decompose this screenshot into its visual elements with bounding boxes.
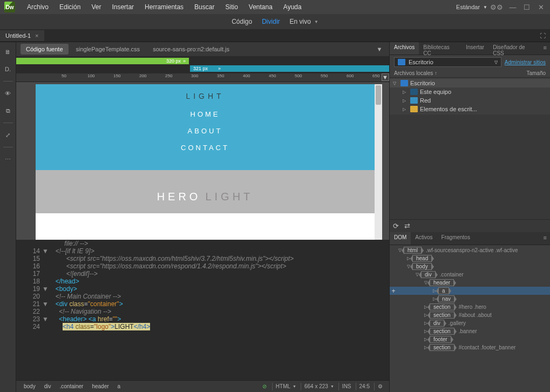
dom-tree-row[interactable]: ▷head: [390, 254, 550, 262]
dom-tree-row[interactable]: ▽header: [390, 279, 550, 287]
code-line[interactable]: 16 <script src="https://oss.maxcdn.com/r…: [16, 262, 389, 270]
manage-sites-link[interactable]: Administrar sitios: [505, 59, 546, 65]
dom-element-tag[interactable]: html: [404, 247, 422, 254]
menu-ver[interactable]: Ver: [86, 3, 106, 11]
dom-tree-row[interactable]: ▽html.wf-sourcesanspro-n2-active .wf-act…: [390, 246, 550, 254]
code-line[interactable]: 18 </head>: [16, 278, 389, 285]
live-view-options-icon[interactable]: 👁: [3, 88, 13, 99]
panel-tab[interactable]: Activos: [411, 232, 437, 245]
panel-tab[interactable]: Bibliotecas CC: [419, 42, 461, 55]
panel-tab[interactable]: Diseñador de CSS: [488, 42, 540, 55]
dom-tree-row[interactable]: ▽body: [390, 262, 550, 271]
file-tree-row[interactable]: ▷Elementos de escrit...: [390, 105, 550, 113]
panel-tab[interactable]: DOM: [390, 232, 411, 245]
menu-insertar[interactable]: Insertar: [106, 3, 139, 11]
menu-ventana[interactable]: Ventana: [243, 3, 278, 11]
source-code-button[interactable]: Código fuente: [21, 44, 69, 55]
inspect-icon[interactable]: ⧉: [3, 105, 13, 116]
tree-arrow-icon[interactable]: ▷: [403, 98, 408, 103]
sync-icon[interactable]: ⇄: [404, 222, 410, 230]
status-dimensions[interactable]: 664 x 223▼: [301, 383, 337, 390]
breadcrumb-item[interactable]: header: [87, 382, 113, 390]
breadcrumb-item[interactable]: .container: [55, 382, 87, 390]
code-line[interactable]: 15 <script src="https://oss.maxcdn.com/h…: [16, 255, 389, 262]
site-selector[interactable]: Escritorio ▽: [394, 57, 501, 67]
dom-tree-row[interactable]: ▽div.container: [390, 271, 550, 279]
breadcrumb-item[interactable]: div: [40, 382, 56, 390]
code-line[interactable]: 14▼ <!--[if lt IE 9]>: [16, 247, 389, 255]
code-line[interactable]: file:// -->: [16, 240, 389, 247]
dom-tree-row[interactable]: ▷section#contact .footer_banner: [390, 343, 550, 352]
breadcrumb-item[interactable]: body: [19, 382, 40, 390]
code-line[interactable]: 23▼ <header> <a href="">: [16, 315, 389, 323]
dom-tree-row[interactable]: +▷a: [390, 287, 550, 295]
add-element-icon[interactable]: +: [390, 287, 397, 295]
filter-icon[interactable]: ▼: [374, 44, 385, 55]
panel-tab[interactable]: Archivos: [390, 42, 419, 55]
files-column-headers[interactable]: Archivos locales ↑ Tamaño: [390, 69, 550, 78]
dom-tree-row[interactable]: ▷footer: [390, 335, 550, 343]
menu-herramientas[interactable]: Herramientas: [139, 3, 189, 11]
file-tree-row[interactable]: ▷Este equipo: [390, 87, 550, 96]
code-line[interactable]: 21▼ <div class="container">: [16, 300, 389, 308]
dom-element-tag[interactable]: section: [430, 344, 454, 351]
dom-element-tag[interactable]: header: [430, 279, 454, 286]
more-tools-icon[interactable]: ⋯: [3, 154, 13, 165]
menu-buscar[interactable]: Buscar: [189, 3, 220, 11]
dom-element-tag[interactable]: div: [430, 320, 444, 327]
panel-menu-icon[interactable]: ≡: [540, 42, 550, 55]
dom-tree-row[interactable]: ▷div.gallery: [390, 319, 550, 327]
d-icon[interactable]: D.: [3, 64, 13, 75]
viewmode-code[interactable]: Código: [232, 18, 252, 25]
refresh-icon[interactable]: ⟳: [393, 222, 399, 230]
close-icon[interactable]: ×: [35, 32, 38, 39]
file-tree-row[interactable]: ▷Red: [390, 96, 550, 105]
status-language[interactable]: HTML▼: [272, 383, 300, 390]
dom-element-tag[interactable]: head: [412, 255, 432, 262]
preview-scrollbar[interactable]: [375, 84, 382, 240]
viewmode-split[interactable]: Dividir: [262, 18, 280, 25]
document-tab[interactable]: Untitled-1×: [0, 30, 44, 41]
dom-tree-row[interactable]: ▷section.banner: [390, 327, 550, 335]
dom-element-tag[interactable]: section: [430, 303, 454, 310]
close-button[interactable]: ✕: [536, 3, 546, 11]
panel-tab[interactable]: Insertar: [461, 42, 488, 55]
menu-archivo[interactable]: Archivo: [22, 3, 54, 11]
dom-element-tag[interactable]: footer: [430, 336, 451, 343]
dom-tree-row[interactable]: ▷nav: [390, 295, 550, 303]
code-view[interactable]: file:// -->14▼ <!--[if lt IE 9]>15 <scri…: [16, 240, 389, 380]
dom-tree-row[interactable]: ▷section#about .about: [390, 311, 550, 319]
code-line[interactable]: 24 <h4 class="logo">LIGHT</h4>: [16, 323, 389, 330]
maximize-button[interactable]: ☐: [522, 3, 532, 11]
preview-document[interactable]: LIGHT HOMEABOUTCONTACT HEROLIGHT: [36, 84, 375, 240]
code-line[interactable]: 19▼ <body>: [16, 285, 389, 293]
panel-tab[interactable]: Fragmentos: [437, 232, 474, 245]
menu-sitio[interactable]: Sitio: [220, 3, 243, 11]
code-line[interactable]: 20 <!-- Main Container -->: [16, 293, 389, 300]
file-tree-row[interactable]: ▽Escritorio: [390, 79, 550, 87]
tree-arrow-icon[interactable]: ▷: [403, 90, 408, 94]
sync-settings-icon[interactable]: ⚙⚙: [492, 3, 501, 11]
chevron-down-icon[interactable]: ▼: [314, 19, 318, 24]
breadcrumb-item[interactable]: a: [113, 382, 125, 390]
workspace-selector[interactable]: Estándar▼: [452, 3, 492, 11]
tree-arrow-icon[interactable]: ▽: [393, 81, 398, 86]
tree-arrow-icon[interactable]: ▷: [403, 107, 408, 112]
ruler[interactable]: 50100150200250300350400450500550600650 ▼: [16, 73, 389, 82]
file-management-icon[interactable]: 🗎: [3, 46, 13, 57]
menu-ayuda[interactable]: Ayuda: [278, 3, 307, 11]
menu-edición[interactable]: Edición: [54, 3, 86, 11]
code-line[interactable]: 22 <!-- Navigation -->: [16, 308, 389, 315]
dom-tree[interactable]: ▽html.wf-sourcesanspro-n2-active .wf-act…: [390, 245, 550, 392]
media-query-bar[interactable]: 320 px» 321 px»: [16, 56, 389, 73]
mq-breakpoint-321[interactable]: 321 px»: [190, 65, 389, 72]
dom-element-tag[interactable]: body: [412, 263, 432, 270]
related-js-file[interactable]: source-sans-pro:n2:default.js: [147, 44, 235, 55]
dom-element-tag[interactable]: section: [430, 312, 454, 319]
status-settings-icon[interactable]: ⚙: [374, 383, 386, 390]
dom-element-tag[interactable]: nav: [438, 295, 454, 302]
mq-breakpoint-320[interactable]: 320 px»: [16, 58, 189, 64]
status-insert-mode[interactable]: INS: [338, 383, 355, 390]
minimize-button[interactable]: —: [508, 3, 518, 11]
expand-doc-icon[interactable]: ⛶: [535, 32, 550, 39]
